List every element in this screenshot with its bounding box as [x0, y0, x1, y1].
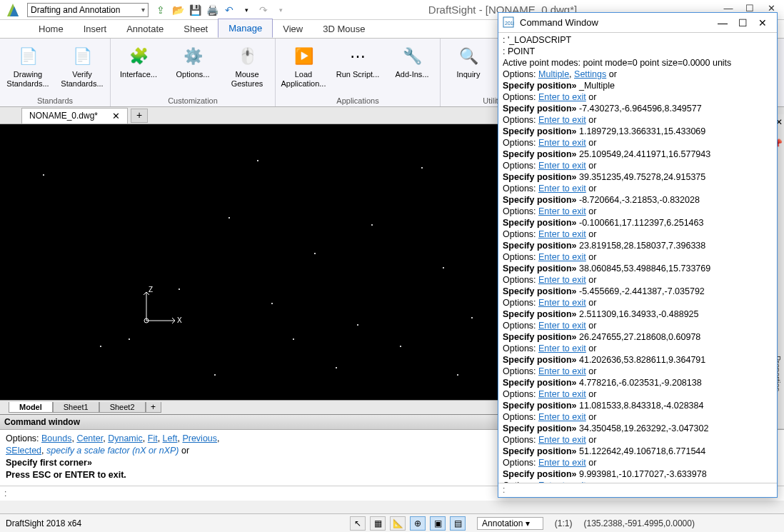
- close-float-button[interactable]: ✕: [753, 17, 773, 29]
- canvas-point: [336, 367, 337, 368]
- osnap-toggle[interactable]: ▣: [430, 516, 446, 531]
- floating-command-body[interactable]: : '_LOADSCRIPT: POINTActive point modes:…: [498, 33, 777, 483]
- workspace-label: Drafting and Annotation: [31, 5, 120, 15]
- ribbon-item-inquiry[interactable]: 🔍Inquiry: [445, 41, 492, 79]
- cmd-option-link[interactable]: Enter to exit: [538, 412, 586, 422]
- ribbon-item-add-ins-[interactable]: 🔧Add-Ins...: [388, 41, 436, 79]
- cmd-option-link[interactable]: Enter to exit: [538, 206, 586, 216]
- ribbon-tab-home[interactable]: Home: [29, 20, 74, 38]
- ribbon-item-options-[interactable]: ⚙️Options...: [169, 41, 216, 79]
- floating-command-input[interactable]: :: [498, 483, 777, 496]
- canvas-point: [100, 346, 101, 347]
- undo-icon[interactable]: ↶: [223, 4, 236, 16]
- ribbon-item-verify-standards-[interactable]: 📄Verify Standards...: [59, 41, 106, 89]
- ribbon-item-interface-[interactable]: 🧩Interface...: [115, 41, 162, 79]
- cmd-option-link[interactable]: Fit: [148, 433, 158, 443]
- cmd-option-link[interactable]: Previous: [182, 433, 217, 443]
- minimize-float-button[interactable]: —: [713, 17, 733, 29]
- ribbon-tab-insert[interactable]: Insert: [74, 20, 117, 38]
- canvas-point: [400, 346, 401, 347]
- ribbon-tab-view[interactable]: View: [273, 20, 313, 38]
- canvas-point: [43, 174, 44, 176]
- ribbon-tab-manage[interactable]: Manage: [218, 19, 273, 38]
- status-bar: DraftSight 2018 x64 ↖ ▦ 📐 ⊕ ▣ ▤ Annotati…: [0, 513, 784, 532]
- ribbon-item-drawing-standards-[interactable]: 📄Drawing Standards...: [4, 41, 51, 89]
- ribbon-group-label: Applications: [280, 95, 436, 106]
- cmd-option-link[interactable]: Enter to exit: [538, 161, 586, 171]
- cmd-option-link[interactable]: Enter to exit: [538, 275, 586, 285]
- cmd-option-link[interactable]: Enter to exit: [538, 435, 586, 445]
- cmd-history-line: : '_LOADSCRIPT: [503, 34, 773, 46]
- svg-text:Z: Z: [149, 286, 153, 293]
- cmd-option-link[interactable]: Enter to exit: [538, 92, 586, 102]
- cmd-option-link[interactable]: Enter to exit: [538, 252, 586, 262]
- polar-toggle[interactable]: ⊕: [410, 516, 426, 531]
- cmd-option-link[interactable]: Enter to exit: [538, 481, 586, 483]
- cmd-option-link[interactable]: Multiple: [538, 69, 569, 79]
- status-toggle-group: ↖ ▦ 📐 ⊕ ▣ ▤: [350, 516, 466, 531]
- ribbon-tab-sheet[interactable]: Sheet: [174, 20, 218, 38]
- ribbon-item-mouse-gestures[interactable]: 🖱️Mouse Gestures: [223, 41, 271, 89]
- cmd-option-link[interactable]: Enter to exit: [538, 366, 586, 376]
- cmd-history-line: Specify position» 34.350458,19.263292,-3…: [503, 423, 773, 434]
- annotation-scale-dropdown[interactable]: Annotation ▾: [477, 517, 543, 530]
- ribbon-item-label: Run Script...: [336, 70, 380, 79]
- cmd-option-link[interactable]: Center: [76, 433, 103, 443]
- canvas-point: [293, 338, 294, 340]
- cmd-option-link[interactable]: Enter to exit: [538, 343, 586, 353]
- cmd-option-link[interactable]: Enter to exit: [538, 229, 586, 239]
- status-version: DraftSight 2018 x64: [6, 518, 81, 528]
- undo-more-icon[interactable]: ▾: [240, 4, 253, 16]
- canvas-point: [271, 303, 273, 304]
- cmd-option-link[interactable]: Enter to exit: [538, 184, 586, 194]
- ribbon-item-label: Mouse Gestures: [223, 70, 271, 89]
- floating-window-titlebar[interactable]: 2018 Command Window — ☐ ✕: [498, 13, 777, 33]
- redo-more-icon[interactable]: ▾: [274, 4, 287, 16]
- ribbon-item-label: Verify Standards...: [59, 70, 106, 89]
- cmd-option-link[interactable]: Bounds: [41, 433, 71, 443]
- ribbon-item-load-application-[interactable]: ▶️Load Application...: [280, 41, 327, 89]
- cmd-option-link[interactable]: Left: [163, 433, 178, 443]
- cmd-option-link[interactable]: Settings: [574, 69, 606, 79]
- cmd-option-link[interactable]: Enter to exit: [538, 138, 586, 148]
- grid-toggle[interactable]: ▦: [370, 516, 386, 531]
- sheet-tab-sheet1[interactable]: Sheet1: [53, 402, 99, 413]
- canvas-point: [129, 338, 130, 340]
- maximize-float-button[interactable]: ☐: [733, 17, 753, 29]
- sheet-tab-sheet2[interactable]: Sheet2: [99, 402, 146, 413]
- ribbon-icon: ▶️: [292, 44, 315, 67]
- cmd-option-link[interactable]: Enter to exit: [538, 115, 586, 125]
- cmd-option-link[interactable]: Enter to exit: [538, 321, 586, 331]
- cmd-option-link[interactable]: Enter to exit: [538, 298, 586, 308]
- canvas-point: [214, 374, 216, 376]
- ribbon-icon: 🖱️: [236, 44, 258, 67]
- canvas-point: [471, 317, 473, 318]
- cmd-history-line: Specify position» -5.455669,-2.441387,-7…: [503, 286, 773, 297]
- add-sheet-button[interactable]: +: [146, 402, 161, 413]
- add-document-button[interactable]: +: [131, 109, 148, 123]
- ortho-toggle[interactable]: 📐: [390, 516, 406, 531]
- cmd-option-link[interactable]: Enter to exit: [538, 389, 586, 399]
- redo-icon[interactable]: ↷: [257, 4, 270, 16]
- snap-toggle[interactable]: ↖: [350, 516, 366, 531]
- app-logo-icon: [3, 1, 23, 19]
- cmd-history-line: Specify position» 11.081533,8.843318,-4.…: [503, 400, 773, 411]
- new-icon[interactable]: ⇪: [154, 4, 167, 16]
- cmd-history-line: Specify position» -7.430273,-6.964596,8.…: [503, 103, 773, 114]
- close-tab-icon[interactable]: ✕: [112, 111, 120, 121]
- status-ratio: (1:1): [555, 518, 573, 528]
- cmd-option-link[interactable]: Enter to exit: [538, 458, 586, 468]
- document-tab[interactable]: NONAME_0.dwg* ✕: [21, 108, 128, 124]
- cmd-option-link[interactable]: SElected: [6, 446, 41, 456]
- ribbon-tab-annotate[interactable]: Annotate: [116, 20, 174, 38]
- otrack-toggle[interactable]: ▤: [450, 516, 466, 531]
- workspace-dropdown[interactable]: Drafting and Annotation ▾: [27, 3, 149, 17]
- ribbon-tab-3d-mouse[interactable]: 3D Mouse: [313, 20, 375, 38]
- sheet-tab-model[interactable]: Model: [9, 402, 53, 413]
- save-icon[interactable]: 💾: [189, 4, 201, 16]
- ribbon-item-run-script-[interactable]: ⋯Run Script...: [334, 41, 381, 79]
- cmd-option-link[interactable]: Dynamic: [108, 433, 143, 443]
- open-icon[interactable]: 📂: [171, 4, 184, 16]
- print-icon[interactable]: 🖨️: [206, 4, 218, 16]
- cmd-history-line: Specify position» 23.819158,28.158037,7.…: [503, 240, 773, 251]
